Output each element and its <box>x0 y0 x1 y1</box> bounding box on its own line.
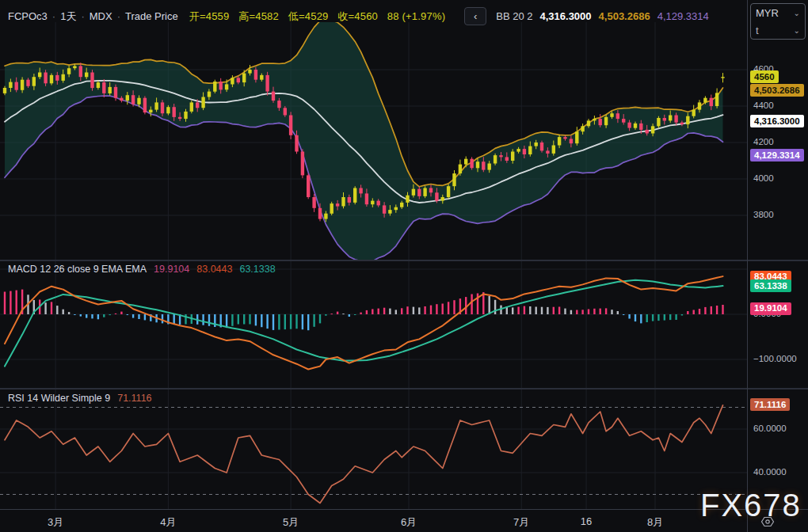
price-tick: 4000 <box>753 173 774 183</box>
macd-panel[interactable] <box>0 261 747 388</box>
chevron-down-icon: ⌄ <box>794 9 800 17</box>
macd-line <box>5 276 723 369</box>
hist-badge: 19.9104 <box>750 302 791 315</box>
bb-lower-badge: 4,129.3314 <box>750 149 804 162</box>
bb-title: BB 20 2 <box>496 10 532 22</box>
legend-separator: · <box>81 10 84 22</box>
rsi-title: RSI 14 Wilder Simple 9 <box>8 393 110 404</box>
collapse-legend-button[interactable]: ‹ <box>464 7 486 25</box>
chevron-left-icon: ‹ <box>474 10 477 22</box>
ohlc-low: 低=4529 <box>288 10 329 22</box>
time-axis-label: 7月 <box>513 515 529 530</box>
bb-legend[interactable]: BB 20 2 4,316.3000 4,503.2686 4,129.3314 <box>496 10 709 22</box>
bb-upper-badge: 4,503.2686 <box>750 84 804 97</box>
ohlc-readout: 开=4559 高=4582 低=4529 收=4560 88 (+1.97%) <box>189 10 452 24</box>
rsi-badge: 71.1116 <box>750 398 790 411</box>
price-tick: 4400 <box>753 101 774 110</box>
macd-legend[interactable]: MACD 12 26 close 9 EMA EMA 19.9104 83.04… <box>8 264 276 275</box>
chevron-down-icon: ⌄ <box>794 26 800 35</box>
macd-title: MACD 12 26 close 9 EMA EMA <box>8 264 147 275</box>
rsi-value: 71.1116 <box>117 393 151 404</box>
price-tick: 60.0000 <box>753 424 787 433</box>
ohlc-close: 收=4560 <box>337 10 378 22</box>
series-type-label: Trade Price <box>125 10 178 22</box>
bb-basis-value: 4,316.3000 <box>540 10 592 22</box>
price-tick: 4200 <box>753 137 774 146</box>
time-axis-settings-button[interactable] <box>760 515 775 529</box>
macd-canvas <box>0 261 747 388</box>
macd-signal-line <box>5 280 723 367</box>
price-tick: 3800 <box>753 210 774 219</box>
chart-window: FCPOc3 · 1天 · MDX · Trade Price 开=4559 高… <box>0 0 808 532</box>
bb-lower-value: 4,129.3314 <box>657 10 709 22</box>
time-axis-label: 5月 <box>283 515 299 530</box>
legend-separator: · <box>52 10 55 22</box>
ohlc-open: 开=4559 <box>189 10 230 22</box>
currency-dropdown[interactable]: MYR ⌄ <box>751 4 805 21</box>
ohlc-change: 88 (+1.97%) <box>387 10 445 22</box>
price-tick: 40.0000 <box>753 467 787 477</box>
macd-histogram <box>4 290 724 331</box>
rsi-panel[interactable] <box>0 390 747 509</box>
last-price-badge: 4560 <box>750 70 779 83</box>
rsi-line <box>5 405 723 504</box>
time-axis-label: 8月 <box>647 515 663 530</box>
rsi-legend[interactable]: RSI 14 Wilder Simple 9 71.1116 <box>8 393 152 404</box>
signal-badge: 63.1338 <box>750 279 791 292</box>
time-axis-label: 4月 <box>160 515 176 530</box>
time-axis[interactable]: 3月4月5月6月7月168月 <box>0 511 808 532</box>
macd-line-value: 83.0443 <box>196 264 232 275</box>
symbol-name[interactable]: FCPOc3 <box>8 10 48 22</box>
rsi-canvas <box>0 390 747 509</box>
time-axis-label: 3月 <box>48 515 63 530</box>
hexagon-settings-icon <box>760 515 775 529</box>
time-axis-separator <box>0 509 808 510</box>
price-tick: −100.0000 <box>753 354 797 363</box>
currency-unit-selector: MYR ⌄ t ⌄ <box>750 3 806 40</box>
ohlc-high: 高=4582 <box>238 10 279 22</box>
legend-separator: · <box>117 10 120 22</box>
macd-signal-value: 63.1338 <box>239 264 275 275</box>
main-chart-panel[interactable] <box>0 22 747 260</box>
main-chart-canvas <box>0 22 747 260</box>
bb-upper-value: 4,503.2686 <box>599 10 650 22</box>
exchange-label[interactable]: MDX <box>90 10 112 22</box>
main-legend: FCPOc3 · 1天 · MDX · Trade Price 开=4559 高… <box>8 7 709 25</box>
unit-value: t <box>756 25 759 36</box>
time-axis-label: 16 <box>581 515 592 527</box>
currency-value: MYR <box>756 7 779 19</box>
unit-dropdown[interactable]: t ⌄ <box>751 21 805 39</box>
macd-hist-value: 19.9104 <box>154 264 189 275</box>
price-axis[interactable]: 4600440042004000380045604,503.26864,316.… <box>748 0 808 532</box>
time-axis-label: 6月 <box>401 515 417 530</box>
interval-label[interactable]: 1天 <box>60 10 76 24</box>
bb-basis-badge: 4,316.3000 <box>750 115 804 127</box>
